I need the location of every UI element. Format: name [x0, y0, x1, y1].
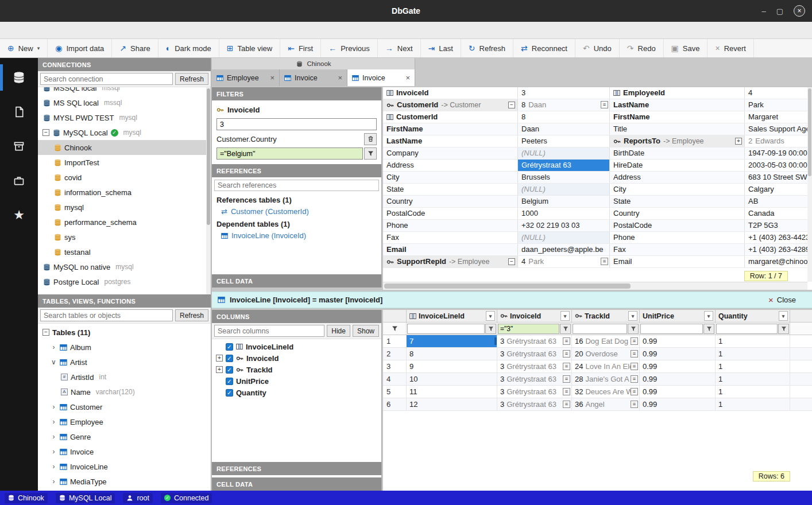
- tree-item[interactable]: › MediaType: [38, 474, 211, 489]
- field-name-cell[interactable]: Country: [383, 196, 518, 207]
- chevron-icon[interactable]: ›: [51, 477, 57, 485]
- filter-input[interactable]: [573, 324, 627, 334]
- refresh-button[interactable]: ↻Refresh: [461, 39, 513, 57]
- tree-item[interactable]: › Customer: [38, 399, 211, 414]
- hide-column-button[interactable]: Hide: [327, 325, 350, 337]
- grid-cell[interactable]: 1: [716, 398, 790, 410]
- field-value-cell[interactable]: margaret@chinookcorp.com ≡: [745, 256, 812, 267]
- open-document-icon[interactable]: ≡: [631, 375, 638, 383]
- new-button[interactable]: ⊕New▾: [0, 39, 48, 57]
- tree-item[interactable]: › Employee: [38, 414, 211, 429]
- connections-scrollbar[interactable]: [206, 87, 211, 294]
- connection-item[interactable]: MYSL PWD TEST ✓ mysql: [38, 110, 211, 125]
- connection-item[interactable]: Postgre Local ✓ postgres: [38, 274, 211, 289]
- grid-cell[interactable]: 20Overdose≡: [572, 348, 640, 360]
- field-value-cell[interactable]: daan_peeters@apple.be ≡: [518, 244, 610, 255]
- grid-cell[interactable]: 1: [716, 335, 790, 347]
- collapse-icon[interactable]: −: [508, 258, 515, 265]
- status-user[interactable]: root: [123, 493, 153, 503]
- tree-item[interactable]: A Name varchar(120): [38, 384, 211, 399]
- grid-cell[interactable]: 3Grétrystraat 63≡: [497, 373, 572, 385]
- column-toggle-row[interactable]: + ✓ InvoiceId: [212, 352, 381, 364]
- field-value-cell[interactable]: (NULL) ≡: [518, 232, 610, 243]
- tables-refresh-button[interactable]: Refresh: [175, 309, 208, 321]
- dependent-table-link[interactable]: InvoiceLine (InvoiceId): [212, 230, 381, 242]
- status-database[interactable]: Chinook: [5, 493, 48, 503]
- field-name-cell[interactable]: Phone: [610, 232, 745, 243]
- field-name-cell[interactable]: Address: [610, 172, 745, 183]
- field-value-cell[interactable]: 8 Daan ≡: [518, 99, 610, 111]
- funnel-icon[interactable]: [778, 324, 789, 334]
- field-name-cell[interactable]: LastName: [610, 99, 745, 111]
- rail-connections-item[interactable]: [0, 61, 38, 94]
- next-button[interactable]: →Next: [378, 39, 421, 57]
- field-name-cell[interactable]: Fax: [610, 244, 745, 255]
- table-view-button[interactable]: ⊞Table view: [219, 39, 280, 57]
- field-value-cell[interactable]: Belgium ≡: [518, 196, 610, 207]
- column-toggle-row[interactable]: + ✓ TrackId: [212, 364, 381, 375]
- tab[interactable]: Invoice ×: [280, 69, 347, 86]
- field-value-cell[interactable]: Canada ≡: [745, 208, 812, 219]
- chevron-icon[interactable]: ›: [51, 418, 57, 426]
- column-toggle-row[interactable]: ✓ UnitPrice: [212, 375, 381, 387]
- minimize-button[interactable]: –: [761, 7, 765, 15]
- open-document-icon[interactable]: ≡: [601, 258, 608, 265]
- close-icon[interactable]: ×: [405, 73, 410, 82]
- collapse-icon[interactable]: −: [508, 102, 515, 108]
- grid-cell[interactable]: 0.99: [640, 335, 716, 347]
- field-value-cell[interactable]: Park ≡: [745, 99, 812, 111]
- grid-cell[interactable]: 28Janie's Got A Gun≡: [572, 373, 640, 385]
- grid-cell[interactable]: 11: [407, 386, 497, 398]
- chevron-icon[interactable]: ›: [51, 463, 57, 471]
- save-button[interactable]: ▣Save: [664, 39, 708, 57]
- row-number[interactable]: 1: [383, 335, 407, 347]
- funnel-icon[interactable]: [628, 324, 639, 334]
- columns-search-input[interactable]: [214, 325, 324, 337]
- first-button[interactable]: ⇤First: [280, 39, 321, 57]
- field-name-cell[interactable]: PostalCode: [383, 208, 518, 219]
- filter-input-invoiceid[interactable]: [216, 118, 377, 130]
- funnel-icon[interactable]: [560, 324, 571, 334]
- grid-cell[interactable]: 0.99: [640, 348, 716, 360]
- grid-cell[interactable]: 7: [407, 335, 497, 347]
- column-menu-dropdown[interactable]: ▾: [779, 311, 788, 321]
- close-icon[interactable]: ×: [270, 73, 274, 82]
- field-value-cell[interactable]: 4 Park ≡: [518, 256, 610, 267]
- collapse-icon[interactable]: −: [42, 129, 49, 136]
- connection-item[interactable]: mysql ✓: [38, 200, 211, 215]
- connection-item[interactable]: ImportTest ✓: [38, 155, 211, 170]
- delete-filter-button[interactable]: [364, 133, 377, 145]
- vertical-scrollbar[interactable]: [807, 87, 812, 282]
- collapse-icon[interactable]: +: [735, 138, 742, 145]
- field-name-cell[interactable]: State: [610, 196, 745, 207]
- chevron-icon[interactable]: ›: [51, 433, 57, 441]
- field-value-cell[interactable]: +1 (403) 263-4423 ≡: [745, 232, 812, 243]
- row-number[interactable]: 4: [383, 373, 407, 385]
- grid-cell[interactable]: 3Grétrystraat 63≡: [497, 398, 572, 410]
- field-name-cell[interactable]: BirthDate: [610, 147, 745, 159]
- tables-search-input[interactable]: [40, 309, 173, 321]
- reconnect-button[interactable]: ⇄Reconnect: [513, 39, 575, 57]
- horizontal-scrollbar[interactable]: [383, 282, 807, 290]
- open-document-icon[interactable]: ≡: [631, 401, 638, 408]
- field-value-cell[interactable]: Margaret ≡: [745, 111, 812, 123]
- connection-item[interactable]: − MySQL Local ✓ mysql: [38, 125, 211, 140]
- connection-item[interactable]: performance_schema ✓: [38, 215, 211, 230]
- field-value-cell[interactable]: (NULL) ≡: [518, 184, 610, 195]
- row-number[interactable]: 5: [383, 386, 407, 398]
- field-value-cell[interactable]: Daan ≡: [518, 123, 610, 135]
- field-name-cell[interactable]: Country: [610, 208, 745, 219]
- field-name-cell[interactable]: Company: [383, 147, 518, 159]
- status-connected[interactable]: ✓ Connected: [161, 493, 212, 503]
- open-document-icon[interactable]: ≡: [631, 350, 638, 358]
- tree-item[interactable]: − Tables (11): [38, 325, 211, 340]
- column-checkbox[interactable]: ✓: [226, 366, 233, 374]
- column-checkbox[interactable]: ✓: [226, 389, 233, 397]
- field-value-cell[interactable]: T2P 5G3 ≡: [745, 220, 812, 231]
- references-search-input[interactable]: [214, 180, 379, 191]
- rail-history-item[interactable]: [0, 165, 38, 197]
- column-menu-dropdown[interactable]: ▾: [560, 311, 570, 321]
- maximize-button[interactable]: ▢: [776, 7, 783, 15]
- field-name-cell[interactable]: PostalCode: [610, 220, 745, 231]
- open-document-icon[interactable]: ≡: [563, 388, 570, 395]
